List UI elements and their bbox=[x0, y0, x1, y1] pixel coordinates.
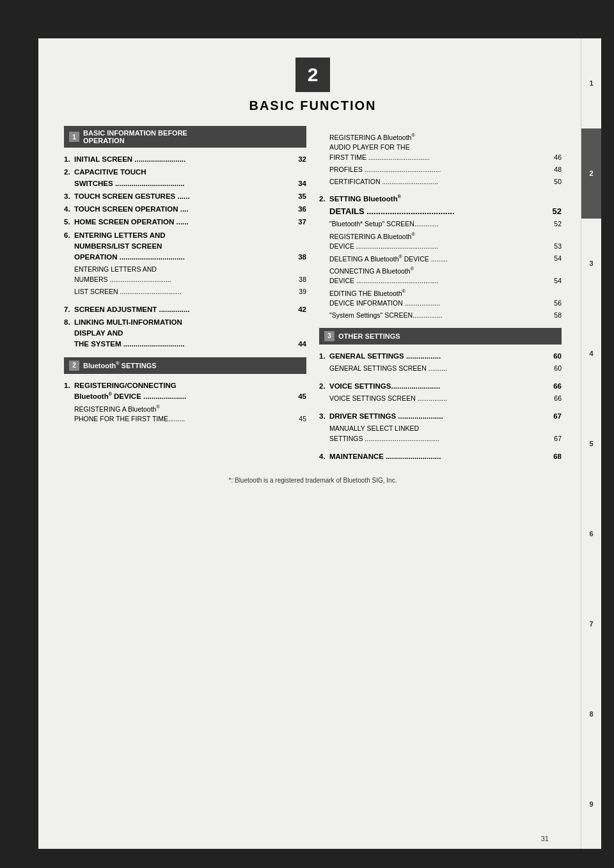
toc-item-1: 1. INITIAL SCREEN ......................… bbox=[64, 154, 306, 165]
toc-item-6: 6. ENTERING LETTERS AND NUMBERS/LIST SCR… bbox=[64, 230, 306, 263]
toc-item-7: 7. SCREEN ADJUSTMENT ............... 42 bbox=[64, 304, 306, 315]
section3-header: 3 OTHER SETTINGS bbox=[319, 328, 562, 345]
toc-bt-2f: "System Settings" SCREEN................… bbox=[319, 311, 562, 321]
chapter-title: BASIC FUNCTION bbox=[64, 98, 562, 113]
tab-7[interactable]: 7 bbox=[581, 578, 601, 669]
toc-bt-2a: "Bluetooth* Setup" SCREEN............. 5… bbox=[319, 219, 562, 229]
toc-item-4: 4. TOUCH SCREEN OPERATION .... 36 bbox=[64, 204, 306, 215]
toc-item-6a: ENTERING LETTERS AND NUMBERS ...........… bbox=[64, 265, 306, 285]
toc-bt-1b: REGISTERING A Bluetooth® AUDIO PLAYER FO… bbox=[319, 132, 562, 163]
section3-badge: 3 bbox=[324, 331, 335, 341]
toc-bt-profiles: PROFILES ...............................… bbox=[319, 165, 562, 175]
toc-left-col: 1 BASIC INFORMATION BEFOREOPERATION 1. I… bbox=[64, 126, 306, 464]
tab-3[interactable]: 3 bbox=[581, 219, 601, 309]
toc-item-8: 8. LINKING MULTI-INFORMATION DISPLAY AND… bbox=[64, 317, 306, 350]
section1-badge: 1 bbox=[69, 132, 79, 142]
section2-header: 2 Bluetooth® SETTINGS bbox=[64, 357, 306, 374]
toc-container: 1 BASIC INFORMATION BEFOREOPERATION 1. I… bbox=[64, 126, 562, 464]
toc-other-4: 4. MAINTENANCE .........................… bbox=[319, 451, 562, 462]
toc-item-6b: LIST SCREEN ............................… bbox=[64, 287, 306, 297]
toc-right-col: REGISTERING A Bluetooth® AUDIO PLAYER FO… bbox=[319, 126, 562, 464]
toc-bt-2b: REGISTERING A Bluetooth® DEVICE ........… bbox=[319, 231, 562, 252]
toc-bt-1a: REGISTERING A Bluetooth® PHONE FOR THE F… bbox=[64, 404, 306, 424]
tab-8[interactable]: 8 bbox=[581, 669, 601, 759]
toc-other-3a: MANUALLY SELECT LINKED SETTINGS ........… bbox=[319, 424, 562, 444]
toc-other-1: 1. GENERAL SETTINGS ................. 60 bbox=[319, 351, 562, 362]
toc-bt-2d: CONNECTING A Bluetooth® DEVICE .........… bbox=[319, 266, 562, 286]
toc-item-3: 3. TOUCH SCREEN GESTURES ...... 35 bbox=[64, 191, 306, 202]
tab-6[interactable]: 6 bbox=[581, 488, 601, 578]
footnote: *: Bluetooth is a registered trademark o… bbox=[64, 477, 562, 484]
tab-1[interactable]: 1 bbox=[581, 38, 601, 128]
toc-item-2: 2. CAPACITIVE TOUCH SWITCHES ...........… bbox=[64, 167, 306, 189]
tab-5[interactable]: 5 bbox=[581, 399, 601, 489]
toc-bt-cert: CERTIFICATION ..........................… bbox=[319, 177, 562, 187]
tab-2[interactable]: 2 bbox=[581, 128, 601, 219]
toc-other-1a: GENERAL SETTINGS SCREEN .......... 60 bbox=[319, 364, 562, 374]
section2-title: Bluetooth® SETTINGS bbox=[83, 361, 157, 369]
toc-bt-1: 1. REGISTERING/CONNECTING Bluetooth® DEV… bbox=[64, 380, 306, 403]
chapter-tabs: 1 2 3 4 5 6 7 8 9 bbox=[581, 38, 601, 849]
section1-title: BASIC INFORMATION BEFOREOPERATION bbox=[83, 129, 187, 144]
tab-4[interactable]: 4 bbox=[581, 309, 601, 399]
toc-other-2: 2. VOICE SETTINGS.......................… bbox=[319, 381, 562, 392]
page-number: 31 bbox=[541, 835, 549, 842]
toc-bt-2: 2. SETTING Bluetooth® DETAILS ..........… bbox=[319, 194, 562, 217]
section1-header: 1 BASIC INFORMATION BEFOREOPERATION bbox=[64, 126, 306, 148]
chapter-number: 2 bbox=[295, 58, 330, 92]
toc-other-3: 3. DRIVER SETTINGS .....................… bbox=[319, 411, 562, 422]
toc-bt-2c: DELETING A Bluetooth® DEVICE ......... 5… bbox=[319, 254, 562, 264]
tab-9[interactable]: 9 bbox=[581, 759, 601, 849]
toc-bt-2e: EDITING THE Bluetooth® DEVICE INFORMATIO… bbox=[319, 288, 562, 309]
section3-title: OTHER SETTINGS bbox=[338, 332, 400, 340]
toc-other-2a: VOICE SETTINGS SCREEN ................ 6… bbox=[319, 394, 562, 404]
toc-item-5: 5. HOME SCREEN OPERATION ...... 37 bbox=[64, 217, 306, 228]
chapter-box: 2 bbox=[64, 58, 562, 92]
section2-badge: 2 bbox=[69, 360, 79, 371]
